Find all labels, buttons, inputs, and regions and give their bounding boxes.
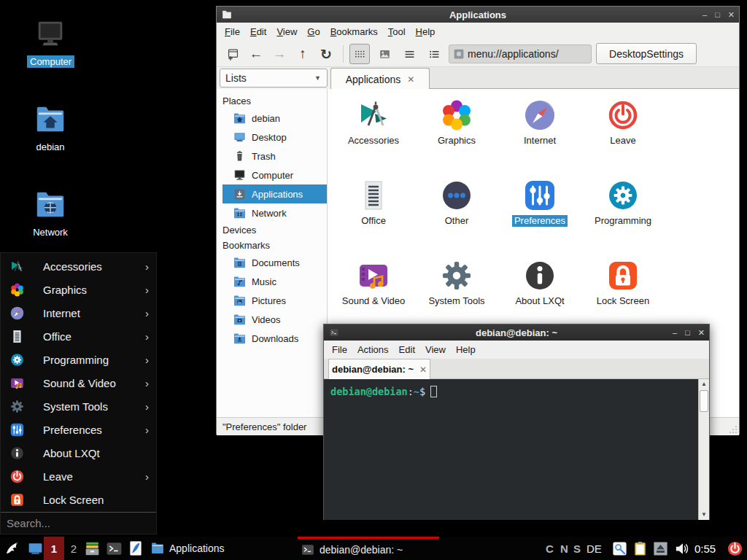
show-desktop-button[interactable] [25,537,45,560]
desktop-settings-button[interactable]: DesktopSettings [596,43,697,64]
forward-button[interactable]: → [269,44,290,64]
menu-item-system-tools[interactable]: System Tools › [1,394,156,418]
desktop-icon-label: Computer [27,55,74,68]
desktop-icon-computer[interactable]: Computer [27,18,74,68]
chevron-right-icon: › [145,330,149,343]
desktop-icon-network[interactable]: Network [27,188,74,238]
tab-close-icon[interactable]: ✕ [407,74,414,85]
menu-item-graphics[interactable]: Graphics › [1,278,156,301]
tab-applications[interactable]: Applications ✕ [330,68,430,90]
sidebar-item-trash[interactable]: Trash [217,147,327,166]
indicator-s[interactable]: S [573,537,581,560]
task-applications[interactable]: Applications [147,537,228,560]
terminal-menu-actions[interactable]: Actions [352,342,394,357]
menu-search-input[interactable] [1,513,156,534]
app-grid: Accessories Graphics Internet Leave Offi… [328,89,739,338]
menu-item-internet[interactable]: Internet › [1,301,156,324]
detailed-view-button[interactable] [424,44,444,64]
volume-icon[interactable] [674,537,691,560]
minimize-icon[interactable]: – [673,329,677,337]
app-other[interactable]: Other [415,178,498,258]
sidebar-item-videos[interactable]: Videos [217,310,327,329]
maximize-icon[interactable]: □ [715,11,720,19]
fm-menu-go[interactable]: Go [302,24,325,39]
tab-close-icon[interactable]: ✕ [419,365,427,375]
terminal-screen[interactable]: debian@debian:~$ ▲ ▼ [324,379,709,520]
sidebar-item-pictures[interactable]: Pictures [217,291,327,310]
app-preferences[interactable]: Preferences [498,178,581,258]
sidebar-item-downloads[interactable]: Downloads [217,329,327,348]
file-manager-launcher[interactable] [82,537,102,560]
back-button[interactable]: ← [246,44,266,64]
workspace-1-button[interactable]: 1 [44,537,64,560]
resize-grip[interactable] [728,424,738,434]
start-menu-button[interactable] [2,537,23,560]
terminal-scrollbar[interactable]: ▲ ▼ [698,379,709,520]
clipboard-tray-icon[interactable] [632,537,649,560]
task-terminal[interactable]: debian@debian: ~ [298,537,439,560]
sidebar-item-applications[interactable]: Applications [222,184,327,203]
menu-item-sound-video[interactable]: Sound & Video › [1,371,156,394]
app-accessories[interactable]: Accessories [332,98,415,178]
fm-menu-view[interactable]: View [271,24,302,39]
scroll-down-icon[interactable]: ▼ [699,510,709,520]
clock[interactable]: 0:55 [694,537,716,560]
reload-button[interactable]: ↻ [316,44,336,64]
sidebar-item-documents[interactable]: Documents [217,253,327,272]
up-button[interactable]: ↑ [293,44,313,64]
workspace-2-button[interactable]: 2 [66,537,82,560]
thumbnail-view-button[interactable] [374,44,395,64]
fm-menu-tool[interactable]: Tool [383,24,411,39]
keyboard-layout-indicator[interactable]: DE [587,537,602,560]
lists-combobox[interactable]: Lists ▼ [220,69,328,88]
menu-item-office[interactable]: Office › [1,324,156,348]
close-icon[interactable]: ✕ [698,329,705,337]
menu-item-accessories[interactable]: Accessories › [1,254,156,278]
sidebar-item-label: Computer [252,170,293,181]
compact-view-button[interactable] [399,44,419,64]
terminal-menu-view[interactable]: View [420,342,451,357]
terminal-menu-edit[interactable]: Edit [394,342,420,357]
fm-menu-bookmarks[interactable]: Bookmarks [325,24,383,39]
menu-item-preferences[interactable]: Preferences › [1,418,156,441]
sidebar-item-desktop[interactable]: Desktop [217,128,327,147]
menu-item-lock-screen[interactable]: Lock Screen [1,488,156,511]
sidebar-item-music[interactable]: Music [217,272,327,291]
icon-view-button[interactable] [349,44,370,64]
address-bar[interactable]: menu://applications/ [449,44,592,63]
app-internet[interactable]: Internet [498,98,581,178]
screenshot-tray-icon[interactable] [611,537,628,560]
indicator-c[interactable]: C [546,537,554,560]
scrollbar-thumb[interactable] [700,390,708,412]
terminal-menu-file[interactable]: File [327,342,352,357]
scroll-up-icon[interactable]: ▲ [699,379,709,389]
menu-item-programming[interactable]: Programming › [1,348,156,371]
new-tab-button[interactable] [222,44,243,64]
menu-item-leave[interactable]: Leave › [1,464,156,488]
sidebar-item-debian[interactable]: debian [217,109,327,128]
app-programming[interactable]: Programming [581,178,665,258]
indicator-n[interactable]: N [560,537,568,560]
fm-menu-help[interactable]: Help [411,24,441,39]
fm-menu-file[interactable]: File [220,24,245,39]
app-leave[interactable]: Leave [581,98,665,178]
terminal-tab[interactable]: debian@debian: ~ ✕ [328,359,430,379]
sidebar-item-label: Downloads [252,333,298,344]
removable-media-icon[interactable] [652,537,669,560]
menu-item-about-lxqt[interactable]: About LXQt [1,441,156,464]
fm-menu-edit[interactable]: Edit [245,24,271,39]
minimize-icon[interactable]: – [703,11,707,19]
app-graphics[interactable]: Graphics [415,98,498,178]
office-icon [356,178,391,213]
featherpad-launcher[interactable] [125,537,146,560]
sidebar-item-network[interactable]: Network [217,203,327,222]
terminal-menu-help[interactable]: Help [451,342,481,357]
sidebar-item-computer[interactable]: Computer [217,166,327,184]
terminal-launcher[interactable] [104,537,124,560]
app-office[interactable]: Office [332,178,415,258]
shell-prompt: debian@debian:~$ [330,386,437,397]
close-icon[interactable]: ✕ [728,11,735,19]
maximize-icon[interactable]: □ [685,329,690,337]
power-button[interactable] [727,537,743,560]
desktop-icon-debian[interactable]: debian [27,103,74,153]
